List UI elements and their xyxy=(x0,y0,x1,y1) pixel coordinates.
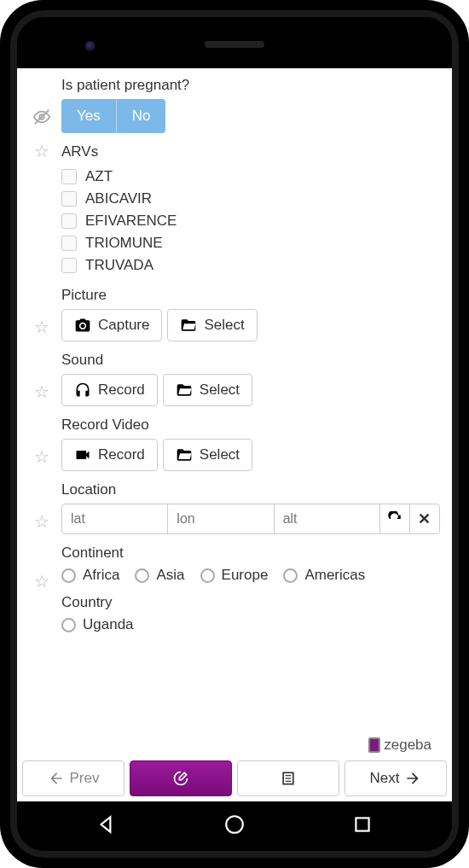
checkbox[interactable] xyxy=(61,191,77,207)
button-label: Prev xyxy=(70,770,100,787)
continent-option[interactable]: Americas xyxy=(283,567,365,584)
refresh-location-button[interactable] xyxy=(379,504,410,534)
continent-option[interactable]: Europe xyxy=(200,567,269,584)
folder-open-icon xyxy=(180,317,197,334)
radio[interactable] xyxy=(135,568,149,583)
button-label: Record xyxy=(98,446,145,463)
folder-open-icon xyxy=(176,382,193,399)
android-nav-bar xyxy=(17,801,452,851)
question-location: Location ☆ ✕ xyxy=(26,481,440,534)
label-pregnant: Is patient pregnant? xyxy=(26,77,440,94)
label-picture: Picture xyxy=(26,287,440,304)
star-icon[interactable]: ☆ xyxy=(32,142,51,160)
headphones-icon xyxy=(74,382,91,399)
radio[interactable] xyxy=(61,618,76,632)
star-icon[interactable]: ☆ xyxy=(32,382,51,401)
button-label: Record xyxy=(98,382,145,399)
arv-option[interactable]: AZT xyxy=(61,166,440,188)
radio[interactable] xyxy=(200,568,215,583)
edit-button[interactable] xyxy=(130,760,232,796)
continent-option[interactable]: Africa xyxy=(61,567,119,584)
label-continent: Continent xyxy=(26,545,440,562)
app-content: Is patient pregnant? Yes No xyxy=(17,68,452,801)
phone-bezel: Is patient pregnant? Yes No xyxy=(10,10,459,858)
radio-label: Africa xyxy=(83,567,119,584)
phone-screen: Is patient pregnant? Yes No xyxy=(17,17,452,851)
radio[interactable] xyxy=(283,568,298,583)
phone-speaker xyxy=(205,41,264,48)
toggle-no[interactable]: No xyxy=(117,99,166,133)
arrow-left-icon xyxy=(48,770,65,787)
label-arvs: ARVs xyxy=(26,143,440,160)
android-recents-button[interactable] xyxy=(351,813,373,839)
brand-mark xyxy=(368,737,380,753)
select-picture-button[interactable]: Select xyxy=(167,309,257,341)
lon-input[interactable] xyxy=(167,504,274,534)
lat-input[interactable] xyxy=(61,504,168,534)
label-video: Record Video xyxy=(26,417,440,434)
toggle-yes[interactable]: Yes xyxy=(61,99,117,133)
button-label: Capture xyxy=(98,317,149,334)
button-label: Select xyxy=(200,446,240,463)
front-camera xyxy=(85,41,96,51)
checkbox[interactable] xyxy=(61,213,77,229)
arv-option[interactable]: EFIVARENCE xyxy=(61,210,440,232)
radio-label: Europe xyxy=(222,567,269,584)
continent-option[interactable]: Asia xyxy=(135,567,184,584)
label-country: Country xyxy=(26,594,440,611)
question-continent: Continent ☆ Africa Asia Europe Americas xyxy=(26,545,440,584)
star-icon[interactable]: ☆ xyxy=(32,317,51,336)
list-icon xyxy=(280,770,297,787)
svg-rect-7 xyxy=(356,818,368,830)
arv-option[interactable]: TRIOMUNE xyxy=(61,232,440,254)
arv-label: TRUVADA xyxy=(85,257,153,274)
label-sound: Sound xyxy=(26,352,440,369)
star-icon[interactable]: ☆ xyxy=(32,572,51,591)
list-button[interactable] xyxy=(237,760,339,796)
radio-label: Americas xyxy=(304,567,365,584)
button-label: Next xyxy=(370,770,400,787)
country-option[interactable]: Uganda xyxy=(61,616,440,633)
svg-point-6 xyxy=(226,816,243,833)
arv-label: AZT xyxy=(85,168,113,185)
visibility-icon[interactable] xyxy=(32,108,51,126)
brand-logo: zegeba xyxy=(365,737,435,754)
button-label: Select xyxy=(204,317,244,334)
star-icon[interactable]: ☆ xyxy=(32,447,51,466)
question-arvs: ARVs ☆ AZT ABICAVIR EFIVARENCE TRIOMUNE … xyxy=(26,143,440,277)
checkbox[interactable] xyxy=(61,258,77,273)
folder-open-icon xyxy=(176,446,193,463)
record-sound-button[interactable]: Record xyxy=(61,374,158,406)
capture-picture-button[interactable]: Capture xyxy=(61,309,162,341)
question-sound: Sound ☆ Record Select xyxy=(26,352,440,406)
brand-text: zegeba xyxy=(384,737,431,754)
arv-option[interactable]: ABICAVIR xyxy=(61,188,440,210)
android-back-button[interactable] xyxy=(96,813,118,839)
toggle-pregnant: Yes No xyxy=(61,99,165,133)
question-country: Country Uganda xyxy=(26,594,440,633)
form-area: Is patient pregnant? Yes No xyxy=(17,68,452,757)
select-sound-button[interactable]: Select xyxy=(163,374,252,406)
clear-location-button[interactable]: ✕ xyxy=(409,504,440,534)
checkbox[interactable] xyxy=(61,236,77,251)
arv-label: ABICAVIR xyxy=(85,190,152,207)
alt-input[interactable] xyxy=(274,504,380,534)
star-icon[interactable]: ☆ xyxy=(32,512,51,531)
arv-option[interactable]: TRUVADA xyxy=(61,254,440,277)
prev-button[interactable]: Prev xyxy=(22,760,124,796)
edit-icon xyxy=(172,770,189,787)
refresh-icon xyxy=(387,511,402,527)
radio[interactable] xyxy=(61,568,76,583)
select-video-button[interactable]: Select xyxy=(163,439,252,471)
label-location: Location xyxy=(26,481,440,498)
arv-label: EFIVARENCE xyxy=(85,213,177,230)
next-button[interactable]: Next xyxy=(345,760,447,796)
button-label: Select xyxy=(200,382,240,399)
radio-label: Uganda xyxy=(83,616,134,633)
android-home-button[interactable] xyxy=(223,813,246,839)
phone-frame: Is patient pregnant? Yes No xyxy=(0,0,469,868)
record-video-button[interactable]: Record xyxy=(61,439,158,471)
checkbox[interactable] xyxy=(61,169,77,184)
arv-label: TRIOMUNE xyxy=(85,235,163,252)
radio-label: Asia xyxy=(156,567,184,584)
